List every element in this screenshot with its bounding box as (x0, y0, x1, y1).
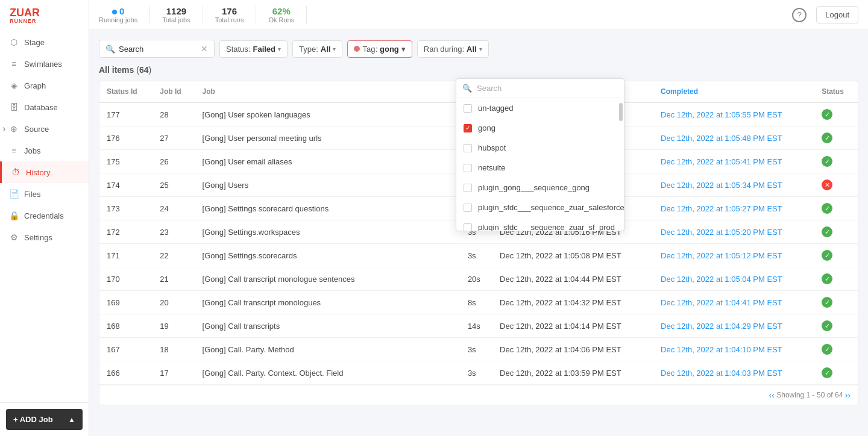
cell-job: [Gong] Call transcripts (195, 314, 461, 338)
dropdown-item-label: plugin_sfdc___sequence_zuar_salesforce (478, 203, 624, 212)
sidebar-item-source[interactable]: ⊕ Source (0, 118, 89, 140)
cell-job: [Gong] Call. Party. Method (195, 338, 461, 361)
sidebar-item-label: Jobs (24, 146, 40, 155)
tag-filter[interactable]: Tag: gong ▾ (347, 40, 412, 58)
sidebar-bottom: + ADD Job ▲ (0, 402, 89, 436)
search-input[interactable]: Search (119, 45, 197, 54)
content-area: 🔍 Search ✕ Status: Failed ▾ Type: All ▾ … (89, 30, 868, 436)
cell-job: [Gong] User personal meeting urls (195, 126, 461, 150)
ran-during-chevron-icon: ▾ (479, 46, 482, 52)
table-row[interactable]: 167 18 [Gong] Call. Party. Method 3s Dec… (99, 338, 858, 361)
dropdown-checkbox (464, 144, 472, 152)
dropdown-item-plugin_sfdc___sequence_zuar_sf_prod[interactable]: plugin_sfdc___sequence_zuar_sf_prod (456, 217, 624, 231)
table-row[interactable]: 166 17 [Gong] Call. Party. Context. Obje… (99, 361, 858, 385)
cell-completed: Dec 12th, 2022 at 1:05:27 PM EST (653, 197, 814, 220)
pagination: ‹‹ Showing 1 - 50 of 64 ›› (99, 385, 858, 405)
status-icon: ✓ (822, 367, 832, 378)
cell-started: Dec 12th, 2022 at 1:04:32 PM EST (492, 291, 653, 314)
ran-during-filter[interactable]: Ran during: All ▾ (417, 40, 489, 58)
sidebar-item-database[interactable]: 🗄 Database (0, 96, 89, 118)
sidebar-item-label: History (26, 168, 50, 177)
dropdown-search-icon: 🔍 (462, 84, 472, 93)
sidebar-item-settings[interactable]: ⚙ Settings (0, 226, 89, 248)
add-job-button[interactable]: + ADD Job ▲ (6, 409, 83, 430)
dropdown-item-label: hubspot (478, 143, 506, 152)
cell-status: ✓ (814, 150, 858, 173)
dropdown-item-hubspot[interactable]: hubspot (456, 138, 624, 158)
prev-page-button[interactable]: ‹‹ (769, 390, 775, 400)
dropdown-item-netsuite[interactable]: netsuite (456, 158, 624, 178)
files-icon: 📄 (8, 189, 19, 199)
sidebar-item-swimlanes[interactable]: ≡ Swimlanes (0, 53, 89, 75)
logout-button[interactable]: Logout (816, 6, 858, 23)
sidebar-item-jobs[interactable]: ≡ Jobs (0, 140, 89, 161)
help-button[interactable]: ? (792, 8, 807, 22)
stat-total-runs-value: 176 (222, 6, 237, 16)
cell-status-id: 172 (99, 220, 153, 244)
cell-job-id: 20 (153, 291, 195, 314)
table-row[interactable]: 168 19 [Gong] Call transcripts 14s Dec 1… (99, 314, 858, 338)
sidebar-item-stage[interactable]: ⬡ Stage (0, 31, 89, 53)
status-icon: ✓ (822, 320, 832, 331)
cell-job-id: 17 (153, 361, 195, 385)
dropdown-item-un-tagged[interactable]: un-tagged (456, 98, 624, 118)
stage-icon: ⬡ (8, 37, 19, 47)
sidebar-item-files[interactable]: 📄 Files (0, 183, 89, 205)
cell-status-id: 175 (99, 150, 153, 173)
search-box[interactable]: 🔍 Search ✕ (99, 40, 215, 58)
cell-completed: Dec 12th, 2022 at 1:04:41 PM EST (653, 291, 814, 314)
clear-search-button[interactable]: ✕ (201, 44, 208, 54)
cell-status: ✓ (814, 291, 858, 314)
cell-status-id: 168 (99, 314, 153, 338)
cell-duration: 3s (461, 361, 492, 385)
database-icon: 🗄 (8, 102, 19, 112)
stat-ok-runs: 62% Ok Runs (256, 6, 307, 23)
topbar-right: ? Logout (792, 6, 858, 23)
dropdown-checkbox (464, 104, 472, 113)
sidebar-item-graph[interactable]: ◈ Graph (0, 75, 89, 96)
ran-during-value: All (467, 45, 477, 54)
stat-running-value: 0 (112, 6, 124, 16)
col-status-id: Status Id (99, 81, 153, 102)
sidebar-item-history[interactable]: ⏱ History (0, 161, 89, 183)
col-completed[interactable]: Completed (653, 81, 814, 102)
table-row[interactable]: 169 20 [Gong] Call transcript monologues… (99, 291, 858, 314)
col-status: Status (814, 81, 858, 102)
sidebar: ZUAR RUNNER ⬡ Stage ≡ Swimlanes ◈ Graph … (0, 0, 89, 436)
dropdown-item-plugin_sfdc___sequence_zuar_salesforce[interactable]: plugin_sfdc___sequence_zuar_salesforce (456, 198, 624, 217)
dropdown-scrollbar[interactable] (619, 103, 623, 121)
cell-job: [Gong] User spoken languages (195, 102, 461, 126)
type-filter[interactable]: Type: All ▾ (292, 40, 342, 58)
next-page-button[interactable]: ›› (845, 390, 851, 400)
dropdown-checkbox (464, 204, 472, 212)
dropdown-item-plugin_gong___sequence_gong[interactable]: plugin_gong___sequence_gong (456, 178, 624, 198)
cell-status-id: 174 (99, 173, 153, 197)
dropdown-search-box[interactable]: 🔍 (456, 79, 624, 98)
cell-job-id: 24 (153, 197, 195, 220)
sidebar-item-label: Swimlanes (24, 60, 62, 69)
cell-job-id: 27 (153, 126, 195, 150)
dropdown-checkbox: ✓ (464, 124, 472, 132)
cell-job: [Gong] Settings.scorecards (195, 244, 461, 267)
table-row[interactable]: 171 22 [Gong] Settings.scorecards 3s Dec… (99, 244, 858, 267)
cell-status: ✓ (814, 197, 858, 220)
cell-completed: Dec 12th, 2022 at 1:04:10 PM EST (653, 338, 814, 361)
cell-job-id: 22 (153, 244, 195, 267)
dropdown-items: un-tagged ✓ gong hubspot netsuite plugin… (456, 98, 624, 231)
dropdown-item-label: netsuite (478, 163, 506, 172)
cell-completed: Dec 12th, 2022 at 1:05:20 PM EST (653, 220, 814, 244)
cell-status: ✕ (814, 173, 858, 197)
dropdown-item-gong[interactable]: ✓ gong (456, 118, 624, 138)
dropdown-search-input[interactable] (477, 84, 618, 93)
running-dot (112, 10, 117, 14)
add-job-label: + ADD Job (13, 415, 53, 424)
status-filter[interactable]: Status: Failed ▾ (219, 40, 288, 58)
status-icon: ✓ (822, 297, 832, 308)
ran-during-label: Ran during: (424, 45, 464, 54)
sidebar-item-credentials[interactable]: 🔒 Credentials (0, 205, 89, 226)
status-icon: ✓ (822, 156, 832, 167)
table-row[interactable]: 170 21 [Gong] Call transcript monologue … (99, 267, 858, 291)
status-icon: ✓ (822, 109, 832, 120)
tag-value: gong (380, 45, 399, 54)
cell-job-id: 23 (153, 220, 195, 244)
